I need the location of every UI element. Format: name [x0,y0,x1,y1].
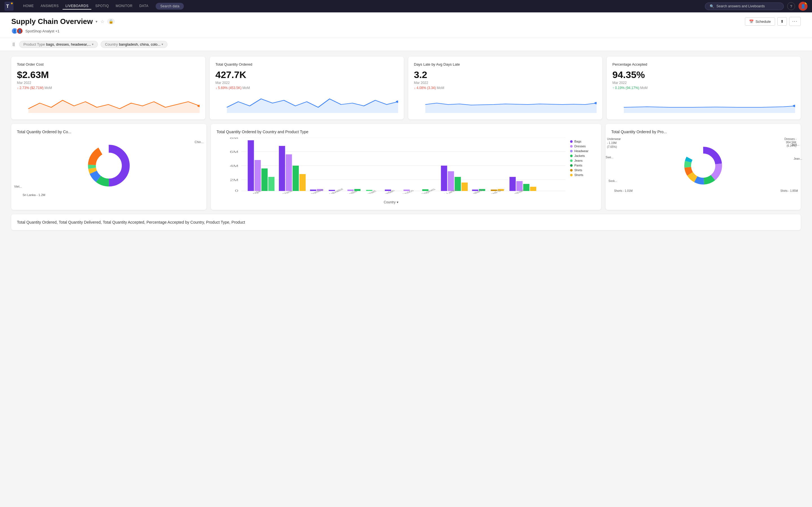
share-button[interactable]: ⬆ [777,17,787,25]
svg-rect-24 [248,140,254,191]
svg-text:Thailand: Thailand [467,189,485,194]
kpi-row: Total Order Cost $2.63M Mar 2022 ↓ 2.73%… [11,57,801,119]
chart-title-donut-left: Total Quantity Ordered by Co... [17,129,201,134]
kpi-date: Mar 2022 [414,81,597,85]
avatar-2: 👤 [16,27,23,34]
x-axis-label: Country [384,200,396,204]
legend-item: Bags [570,140,596,143]
svg-text:4M: 4M [230,165,239,168]
legend-item: Jeans [570,159,596,162]
kpi-date: Mar 2022 [612,81,795,85]
filter-chip[interactable]: Product Type bags, dresses, headwear,...… [19,41,98,48]
chart-donut-left: Total Quantity Ordered by Co... Chin... … [11,124,206,210]
logo[interactable]: T [4,2,13,11]
legend-item: Jackets [570,154,596,158]
chart-donut-right: Total Quantity Ordered by Pro... Underwe… [606,124,801,210]
svg-text:0: 0 [235,189,238,193]
kpi-change: ↓ 5.69% (453.5K) MoM [215,86,398,90]
svg-point-74 [693,155,714,176]
kpi-date: Mar 2022 [17,81,200,85]
kpi-sparkline [17,93,200,114]
nav-item-data[interactable]: DATA [137,3,151,10]
svg-rect-31 [299,174,306,191]
kpi-title: Total Quantity Ordered [215,62,398,66]
svg-text:T: T [6,4,9,9]
filter-chip[interactable]: Country bangladesh, china, colo... ▾ [101,41,167,48]
kpi-value: $2.63M [17,69,200,80]
svg-rect-43 [455,177,461,191]
chart-bar-center: Total Quantity Ordered by Country and Pr… [211,124,601,210]
owner-row: 👤 👤 SpotShop Analyst +1 [11,27,801,38]
kpi-value: 94.35% [612,69,795,80]
kpi-card: Total Quantity Ordered 427.7K Mar 2022 ↓… [210,57,404,119]
svg-point-13 [96,153,121,178]
more-options-button[interactable]: ··· [789,17,801,26]
legend-item: Shirts [570,168,596,172]
help-button[interactable]: ? [787,2,795,10]
legend-item: Shorts [570,173,596,177]
kpi-value: 427.7K [215,69,398,80]
svg-rect-30 [293,166,299,191]
chart-title-bar: Total Quantity Ordered by Country and Pr… [216,129,596,134]
svg-rect-28 [279,146,285,191]
svg-text:6M: 6M [230,151,239,154]
svg-rect-29 [286,154,292,191]
kpi-title: Days Late by Avg Days Late [414,62,597,66]
svg-rect-25 [255,160,261,191]
dropdown-icon[interactable]: ▾ [397,200,398,204]
svg-rect-26 [261,168,267,191]
page-header: Supply Chain Overview ▾ ☆ 🔒 📅 Schedule ⬆… [0,12,812,38]
svg-text:El Salvador: El Salvador [323,187,345,194]
kpi-title: Percentage Accepted [612,62,795,66]
chart-title-donut-right: Total Quantity Ordered by Pro... [611,129,795,134]
kpi-sparkline [414,93,597,114]
kpi-change: ↓ 2.73% ($2.71M) MoM [17,86,200,90]
lock-icon[interactable]: 🔒 [107,18,115,24]
svg-text:2M: 2M [230,179,239,182]
legend-item: Dresses [570,145,596,148]
owner-label: SpotShop Analyst +1 [26,29,59,33]
svg-point-2 [11,3,13,4]
search-data-button[interactable]: Search data [156,3,184,10]
nav-item-spotiq[interactable]: SPOTIQ [93,3,112,10]
navbar: T HOMEANSWERSLIVEBOARDSSPOTIQMONITORDATA… [0,0,812,12]
svg-text:8M: 8M [230,137,239,139]
svg-rect-27 [268,177,274,191]
main-content: Total Order Cost $2.63M Mar 2022 ↓ 2.73%… [0,51,812,236]
svg-rect-44 [462,182,468,191]
kpi-title: Total Order Cost [17,62,200,66]
filter-bar: ⧛ Product Type bags, dresses, headwear,.… [0,38,812,51]
schedule-icon: 📅 [749,19,754,24]
svg-rect-42 [448,171,454,191]
nav-item-liveboards[interactable]: LIVEBOARDS [63,3,91,10]
user-avatar[interactable]: 👤 [799,2,808,11]
kpi-card: Total Order Cost $2.63M Mar 2022 ↓ 2.73%… [11,57,205,119]
kpi-sparkline [612,93,795,114]
kpi-card: Percentage Accepted 94.35% Mar 2022 ↑ 0.… [607,57,801,119]
filter-icon: ⧛ [11,42,16,47]
search-icon: 🔍 [710,4,714,8]
svg-rect-41 [441,166,447,191]
page-title: Supply Chain Overview [11,17,93,26]
kpi-date: Mar 2022 [215,81,398,85]
svg-rect-52 [530,187,536,191]
kpi-sparkline [215,93,398,114]
schedule-button[interactable]: 📅 Schedule [745,17,775,25]
kpi-value: 3.2 [414,69,597,80]
nav-item-home[interactable]: HOME [20,3,37,10]
nav-item-answers[interactable]: ANSWERS [38,3,61,10]
legend-item: Headwear [570,149,596,153]
bottom-section: Total Quantity Ordered, Total Quantity D… [11,214,801,230]
legend-item: Pants [570,164,596,167]
favorite-icon[interactable]: ☆ [100,19,104,24]
kpi-card: Days Late by Avg Days Late 3.2 Mar 2022 … [408,57,602,119]
bottom-text: Total Quantity Ordered, Total Quantity D… [17,220,795,224]
kpi-change: ↓ 4.08% (3.34) MoM [414,86,597,90]
title-dropdown-icon[interactable]: ▾ [96,19,98,24]
kpi-change: ↑ 0.19% (94.17%) MoM [612,86,795,90]
chart-row: Total Quantity Ordered by Co... Chin... … [11,124,801,210]
nav-item-monitor[interactable]: MONITOR [113,3,135,10]
svg-rect-49 [509,177,516,191]
search-answers-input[interactable]: 🔍 Search answers and Liveboards [705,3,784,10]
